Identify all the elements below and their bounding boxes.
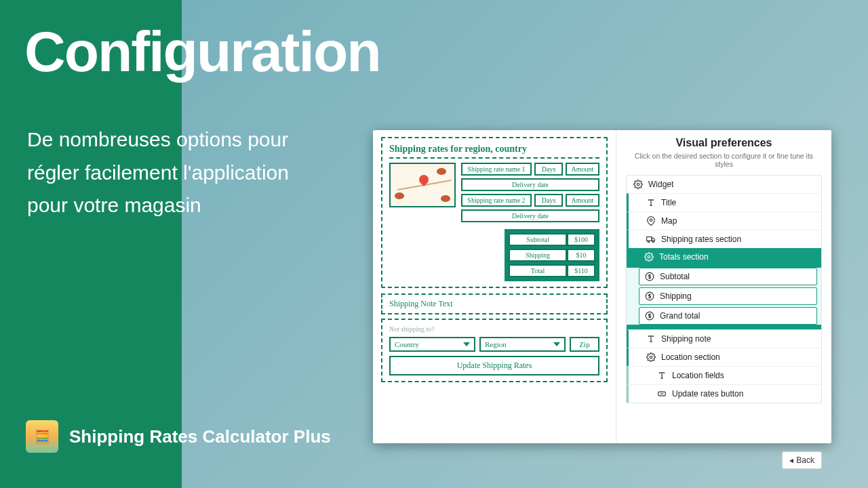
subtotal-value: $100 [567, 233, 595, 246]
prefs-subtitle: Click on the desired section to configur… [626, 152, 822, 168]
tree-label: Title [661, 198, 676, 207]
delivery-date-cell: Delivery date [461, 178, 599, 191]
app-logo-icon: 🧮 [26, 420, 58, 453]
prefs-title: Visual preferences [626, 137, 822, 149]
text-icon [657, 371, 667, 380]
dollar-icon [645, 291, 654, 301]
rate-amount-cell: Amount [566, 194, 599, 207]
page-subtitle: De nombreuses options pour régler facile… [27, 123, 298, 222]
map-thumbnail [389, 163, 456, 207]
back-button[interactable]: ◂ Back [782, 451, 822, 469]
tree-label: Widget [648, 180, 673, 189]
tree-item-rates-section[interactable]: Shipping rates section [627, 230, 821, 248]
tree-label: Grand total [660, 311, 700, 321]
svg-rect-2 [647, 237, 652, 241]
rate-days-cell: Days [534, 163, 563, 176]
tree-group-totals: Totals section Subtotal Shipping Grand t… [627, 248, 821, 329]
shipping-value: $10 [567, 249, 595, 262]
config-panel: Shipping rates for region, country Shipp… [373, 130, 831, 443]
tree-item-subtotal[interactable]: Subtotal [639, 268, 817, 285]
text-icon [646, 198, 656, 207]
region-select[interactable]: Region [479, 337, 566, 352]
tree-item-shipping[interactable]: Shipping [639, 287, 817, 305]
product-logo-row: 🧮 Shipping Rates Calculator Plus [26, 420, 331, 453]
gear-icon [633, 180, 643, 189]
tree-label: Map [661, 216, 677, 226]
gear-icon [646, 352, 656, 362]
rate-amount-cell: Amount [566, 163, 599, 176]
delivery-date-cell: Delivery date [461, 209, 599, 222]
tree-item-location-fields[interactable]: Location fields [627, 366, 821, 384]
rate-name-cell: Shipping rate name 1 [461, 163, 532, 176]
update-rates-button[interactable]: Update Shipping Rates [389, 356, 599, 375]
back-label: Back [796, 455, 814, 465]
tree-item-map[interactable]: Map [627, 211, 821, 230]
visual-preferences-panel: Visual preferences Click on the desired … [616, 130, 831, 443]
location-box: Not shipping to? Country Region Zip Upda… [381, 319, 608, 382]
leaf-icon [437, 168, 446, 175]
map-pin-icon [417, 173, 431, 186]
dollar-icon [645, 311, 654, 321]
tree-label: Update rates button [672, 389, 743, 399]
svg-point-4 [652, 241, 654, 242]
chevron-down-icon [463, 342, 470, 346]
zip-input[interactable]: Zip [570, 337, 599, 352]
tree-item-shipping-note[interactable]: Shipping note [627, 329, 821, 348]
text-icon [646, 334, 656, 344]
tree-item-totals-section[interactable]: Totals section [627, 248, 821, 266]
totals-block: Subtotal$100 Shipping$10 Total$110 [505, 229, 599, 281]
svg-point-5 [648, 256, 650, 258]
pin-icon [646, 216, 656, 226]
country-select[interactable]: Country [389, 337, 475, 352]
tree-item-location-section[interactable]: Location section [627, 348, 821, 366]
tree-label: Shipping note [661, 334, 711, 344]
total-value: $110 [567, 264, 595, 277]
tree-item-grand-total[interactable]: Grand total [639, 307, 817, 325]
shipping-note-title: Shipping Note Text [389, 299, 599, 309]
chevron-down-icon [553, 342, 560, 346]
tree-label: Shipping [660, 291, 692, 301]
tree-label: Shipping rates section [661, 235, 741, 244]
prefs-tree: Widget Title Map Shipping rates section … [626, 175, 822, 403]
truck-icon [646, 235, 656, 244]
tree-label: Location section [661, 352, 720, 362]
tree-label: Totals section [659, 252, 709, 262]
gear-icon [644, 252, 654, 262]
cursor-icon [657, 389, 667, 399]
not-shipping-label: Not shipping to? [389, 325, 599, 333]
rate-name-cell: Shipping rate name 2 [461, 194, 532, 207]
widget-preview: Shipping rates for region, country Shipp… [373, 130, 616, 443]
rates-title: Shipping rates for region, country [389, 144, 599, 159]
tree-item-title[interactable]: Title [627, 193, 821, 211]
tree-item-update-rates-button[interactable]: Update rates button [627, 384, 821, 403]
svg-point-1 [650, 219, 652, 222]
shipping-label: Shipping [509, 249, 567, 262]
total-label: Total [509, 264, 567, 277]
svg-point-9 [650, 356, 652, 359]
zip-label: Zip [579, 340, 589, 348]
shipping-note-box: Shipping Note Text [381, 293, 608, 314]
tree-label: Subtotal [660, 272, 690, 281]
leaf-icon [395, 192, 404, 199]
tree-label: Location fields [672, 371, 724, 380]
page-title: Configuration [24, 19, 380, 85]
product-name: Shipping Rates Calculator Plus [69, 426, 331, 447]
tree-item-widget[interactable]: Widget [627, 176, 821, 193]
subtotal-label: Subtotal [509, 233, 567, 246]
svg-point-3 [648, 241, 649, 242]
dollar-icon [645, 272, 654, 281]
leaf-icon [441, 195, 450, 202]
caret-left-icon: ◂ [789, 455, 793, 465]
svg-point-0 [637, 183, 639, 186]
rate-days-cell: Days [534, 194, 563, 207]
rates-preview-box: Shipping rates for region, country Shipp… [381, 137, 608, 288]
region-label: Region [485, 340, 507, 348]
country-label: Country [395, 340, 419, 348]
